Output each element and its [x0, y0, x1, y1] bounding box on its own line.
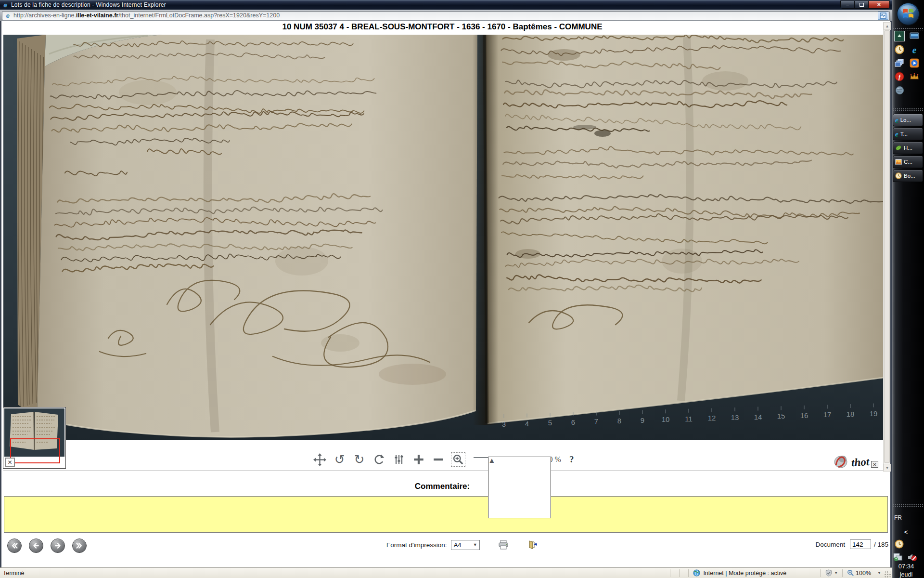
compatibility-view-button[interactable] — [878, 12, 888, 20]
network-icon — [893, 553, 903, 562]
quicklaunch-app-icon[interactable] — [894, 31, 905, 41]
thot-bird-icon — [833, 452, 849, 469]
print-button[interactable] — [498, 539, 509, 550]
photo-app-icon[interactable] — [909, 71, 920, 82]
clock-icon — [895, 172, 902, 179]
status-text: Terminé — [3, 570, 24, 577]
taskbar-button-bo[interactable]: Bo... — [893, 170, 923, 182]
clock-day[interactable]: jeudi — [892, 571, 921, 578]
clock-time[interactable]: 07:34 — [892, 563, 921, 570]
adjust-levels-icon[interactable] — [392, 452, 406, 467]
footer-controls: Format d'impression: A4 ▼ — [1, 536, 890, 558]
close-button[interactable]: ✕ — [869, 1, 889, 8]
taskbar-button-label: Bo... — [904, 173, 915, 179]
window-buttons: – ✕ — [840, 0, 890, 9]
volume-muted-tray-icon[interactable] — [907, 552, 918, 563]
thumbnail-selection-rect[interactable] — [10, 438, 60, 463]
document-number-input[interactable] — [850, 539, 871, 549]
flash-app-icon[interactable]: f — [894, 71, 905, 82]
desktop-monitor-icon — [910, 32, 919, 40]
scrollbar-thumb[interactable] — [884, 30, 890, 463]
status-bar: Terminé Internet | Mode protégé : activé… — [0, 567, 892, 578]
speaker-muted-icon — [908, 553, 917, 562]
scroll-down-button[interactable]: ▼ — [884, 464, 891, 472]
taskbar-button-c[interactable]: C... — [893, 156, 923, 168]
last-document-button[interactable] — [72, 539, 87, 553]
taskbar-button-h[interactable]: H... — [893, 142, 923, 154]
window-titlebar[interactable]: e Lots de la fiche de description - Wind… — [0, 0, 892, 10]
browser-content: 10 NUM 35037 4 - BREAL-SOUS-MONTFORT - 1… — [0, 21, 892, 567]
restore-button[interactable] — [855, 1, 869, 8]
resize-grip[interactable] — [884, 571, 891, 578]
show-desktop-icon[interactable] — [909, 31, 920, 41]
help-button[interactable]: ? — [569, 454, 574, 465]
network-tray-icon[interactable] — [893, 552, 903, 563]
taskbar-button-label: Lo... — [900, 117, 911, 123]
url-prefix: http://archives-en-ligne. — [13, 12, 76, 19]
zoom-out-icon[interactable] — [431, 452, 446, 467]
taskbar-button-t[interactable]: e T... — [893, 128, 923, 140]
flip3d-icon[interactable] — [894, 58, 905, 68]
page-zoom-control[interactable]: 100% ▼ — [847, 569, 881, 577]
protection-menu[interactable]: ▼ — [825, 569, 838, 577]
internet-explorer-icon[interactable]: e — [909, 44, 920, 55]
rotate-right-icon[interactable]: ↻ — [352, 452, 367, 467]
thumbnail-navigator[interactable]: ✕ — [3, 407, 66, 469]
taskbar-separator — [893, 108, 923, 111]
wmp-icon — [910, 58, 919, 68]
document-counter: Document / 185 — [815, 539, 888, 549]
app-glyph-icon — [897, 33, 902, 39]
shield-icon — [825, 569, 833, 577]
language-indicator[interactable]: FR — [894, 514, 902, 521]
ruler-number: 10 — [662, 415, 670, 423]
comment-textarea[interactable] — [4, 496, 888, 533]
security-zone: Internet | Mode protégé : activé — [693, 569, 786, 577]
address-input[interactable]: e http://archives-en-ligne.ille-et-vilai… — [2, 11, 890, 20]
media-player-icon[interactable] — [909, 58, 920, 68]
ruler-number: 14 — [754, 413, 762, 421]
document-label: Document — [815, 541, 845, 548]
page-favicon-icon: e — [4, 12, 11, 19]
internet-globe-icon — [693, 569, 700, 577]
previous-icon — [31, 541, 41, 551]
format-select[interactable]: A4 ▼ — [451, 540, 480, 550]
globe-icon — [895, 86, 904, 95]
pan-tool-icon[interactable] — [313, 452, 327, 467]
zoom-in-icon[interactable] — [411, 452, 426, 467]
magnifier-tool-icon[interactable] — [451, 452, 465, 467]
minimize-button[interactable]: – — [841, 1, 855, 8]
taskbar-button-lots[interactable]: e Lo... — [893, 114, 923, 126]
window-switcher-icon — [895, 58, 904, 68]
viewer-close-checkbox[interactable]: ✕ — [871, 461, 878, 468]
last-icon — [75, 541, 84, 551]
thumbnail-close-checkbox[interactable]: ✕ — [5, 458, 15, 467]
zoom-slider-thumb-icon[interactable]: ▲ — [488, 457, 551, 518]
scroll-up-button[interactable]: ▲ — [884, 22, 891, 30]
exit-door-icon — [527, 540, 537, 550]
rotate-180-icon[interactable] — [372, 452, 386, 467]
protection-caret-icon: ▼ — [834, 571, 838, 575]
url-suffix: /thot_internet/FrmLotDocFrame.asp?resX=1… — [118, 12, 280, 19]
desktop: e Lots de la fiche de description - Wind… — [0, 0, 924, 578]
vertical-scrollbar[interactable]: ▲ ▼ — [883, 22, 890, 472]
start-button[interactable] — [896, 2, 920, 26]
ruler-number: 7 — [594, 417, 598, 425]
zoom-slider[interactable]: ▲ — [474, 455, 527, 464]
first-document-button[interactable] — [7, 539, 22, 553]
exit-button[interactable] — [527, 539, 538, 550]
tray-clock-app-icon[interactable] — [894, 539, 904, 549]
restore-icon — [860, 3, 864, 7]
manuscript-image[interactable]: 345678910111213141516171819 — [3, 35, 883, 440]
ruler-number: 6 — [571, 418, 575, 426]
ie-e-icon: e — [895, 117, 898, 124]
previous-document-button[interactable] — [29, 539, 43, 553]
globe-app-icon[interactable] — [894, 85, 905, 95]
first-icon — [10, 541, 19, 551]
ruler-number: 16 — [800, 411, 808, 420]
tray-expand-chevron[interactable]: < — [904, 529, 908, 536]
next-document-button[interactable] — [51, 539, 65, 553]
document-title: 10 NUM 35037 4 - BREAL-SOUS-MONTFORT - 1… — [1, 22, 883, 32]
clock-app-icon[interactable] — [894, 44, 905, 55]
rotate-left-icon[interactable]: ↺ — [333, 452, 347, 467]
ruler-number: 11 — [685, 415, 693, 423]
